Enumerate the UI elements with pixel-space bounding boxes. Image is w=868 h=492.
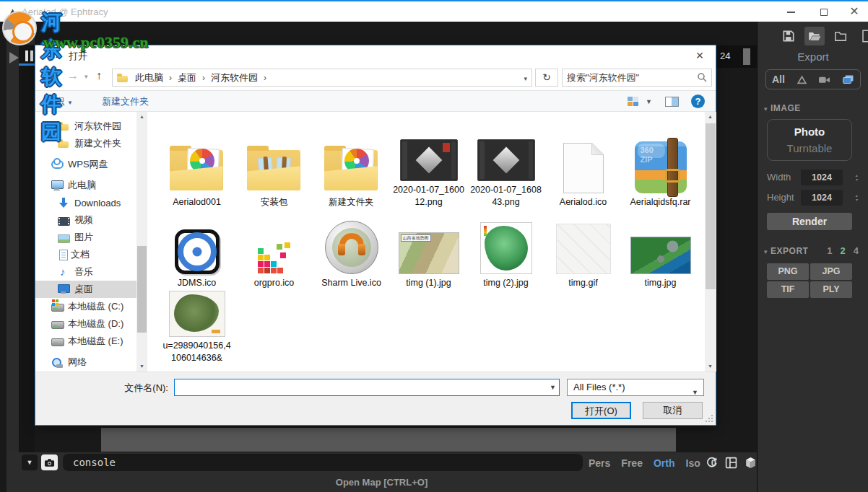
render-button[interactable]: Render <box>767 213 852 230</box>
dialog-close-button[interactable]: × <box>691 47 708 64</box>
sidebar-item-disk-c[interactable]: 本地磁盘 (C:) <box>35 298 136 315</box>
view-options-icon[interactable] <box>628 97 639 107</box>
height-stepper[interactable]: ▴▾ <box>852 190 861 206</box>
sidebar-item-hedong[interactable]: 河东软件园 <box>35 118 136 135</box>
pause-icon[interactable] <box>24 50 35 63</box>
scale-2[interactable]: 2 <box>841 245 846 256</box>
photo-option[interactable]: Photo <box>768 126 851 138</box>
history-chevron-icon[interactable]: ▾ <box>84 73 88 80</box>
screenshot-button[interactable] <box>41 454 58 470</box>
open-button[interactable]: 打开(O) <box>571 402 631 419</box>
sidebar-item-downloads[interactable]: Downloads <box>35 194 136 211</box>
maximize-button[interactable] <box>813 1 835 22</box>
console-toggle-button[interactable]: ▼ <box>22 454 38 470</box>
forward-button[interactable]: → <box>67 69 79 82</box>
sidebar-item-wps[interactable]: WPS网盘 <box>35 156 136 173</box>
view-iso[interactable]: Iso <box>686 457 700 469</box>
scroll-down-icon[interactable]: ▼ <box>705 361 716 372</box>
file-item[interactable]: Sharm Live.ico <box>313 210 390 291</box>
file-item[interactable]: 360 ZIP Aerialqidsfq.rar <box>622 115 699 210</box>
breadcrumb-this-pc[interactable]: 此电脑 <box>132 71 166 84</box>
terrain-mode-icon[interactable] <box>797 75 807 84</box>
turntable-option[interactable]: Turntable <box>768 142 851 154</box>
slider-handle[interactable] <box>743 48 750 65</box>
video-mode-icon[interactable] <box>818 75 830 84</box>
view-options-dropdown-icon[interactable]: ▼ <box>646 98 652 105</box>
search-input[interactable] <box>567 70 690 85</box>
search-icon[interactable] <box>697 72 707 82</box>
refresh-button[interactable]: ↻ <box>535 69 558 87</box>
file-item[interactable]: 新建文件夹 <box>313 115 390 210</box>
up-button[interactable]: ↑ <box>96 69 102 82</box>
open-map-button[interactable] <box>804 27 825 45</box>
file-item[interactable]: 山西省地势图 timg (1).jpg <box>390 210 467 291</box>
file-item[interactable]: Aerialod001 <box>158 115 235 210</box>
scale-1[interactable]: 1 <box>827 245 832 256</box>
breadcrumb-current-folder[interactable]: 河东软件园 <box>208 71 261 84</box>
sidebar-item-documents[interactable]: 文档 <box>35 246 136 263</box>
new-folder-button[interactable] <box>830 27 851 45</box>
cancel-button[interactable]: 取消 <box>643 402 703 419</box>
sidebar-item-disk-d[interactable]: 本地磁盘 (D:) <box>35 315 136 333</box>
filename-dropdown-icon[interactable]: ▼ <box>550 384 556 391</box>
export-png-button[interactable]: PNG <box>767 263 809 280</box>
file-item[interactable]: 2020-01-07_160843.png <box>467 115 544 210</box>
file-item[interactable]: timg (2).jpg <box>467 210 544 291</box>
sidebar-item-music[interactable]: 音乐 <box>35 263 136 281</box>
sidebar-item-desktop[interactable]: 桌面 <box>35 281 136 298</box>
sidebar-item-newfolder[interactable]: 新建文件夹 <box>35 135 136 152</box>
scroll-up-icon[interactable]: ▲ <box>136 112 147 122</box>
organize-menu[interactable]: 组织▼ <box>45 95 73 108</box>
file-item[interactable]: 2020-01-07_160012.png <box>390 115 467 210</box>
file-item[interactable]: 安装包 <box>235 115 313 210</box>
file-item[interactable]: timg.jpg <box>622 210 699 291</box>
export-jpg-button[interactable]: JPG <box>810 263 852 280</box>
play-icon[interactable] <box>9 52 19 63</box>
export-tif-button[interactable]: TIF <box>767 281 809 298</box>
address-bar[interactable]: 此电脑 › 桌面 › 河东软件园 › ▾ <box>112 69 532 87</box>
console-input[interactable] <box>63 454 583 471</box>
new-folder-command[interactable]: 新建文件夹 <box>102 95 149 108</box>
image-mode-icon[interactable] <box>842 74 854 84</box>
view-free[interactable]: Free <box>621 457 643 469</box>
file-item[interactable]: timg.gif <box>544 210 622 291</box>
file-item[interactable]: JDMS.ico <box>158 210 235 291</box>
reset-rotation-icon[interactable] <box>706 457 718 469</box>
help-icon[interactable]: ? <box>691 95 705 108</box>
back-button[interactable]: ← <box>45 69 57 82</box>
image-section-header[interactable]: ▾IMAGE <box>764 103 801 113</box>
scrollbar-thumb[interactable] <box>137 246 147 333</box>
filename-input[interactable] <box>174 379 560 396</box>
height-field[interactable]: 1024 <box>801 190 843 206</box>
preview-pane-icon[interactable] <box>665 97 679 107</box>
resize-grip[interactable] <box>706 415 713 422</box>
split-view-icon[interactable] <box>725 457 737 469</box>
address-dropdown-icon[interactable]: ▾ <box>524 75 527 82</box>
cube-icon[interactable] <box>745 457 757 469</box>
view-orth[interactable]: Orth <box>654 457 675 469</box>
close-button[interactable]: ✕ <box>843 1 865 22</box>
scroll-down-icon[interactable]: ▼ <box>136 361 147 372</box>
file-item[interactable]: Aerialod.ico <box>544 115 622 210</box>
sidebar-item-pictures[interactable]: 图片 <box>35 229 136 246</box>
file-item[interactable]: u=2989040156,4106014636& <box>158 291 235 366</box>
breadcrumb-desktop[interactable]: 桌面 <box>175 71 199 84</box>
minimize-button[interactable] <box>780 1 802 22</box>
sidebar-item-network[interactable]: 网络 <box>35 353 136 371</box>
export-section-header[interactable]: ▾EXPORT <box>764 246 808 256</box>
scale-4[interactable]: 4 <box>854 245 859 256</box>
sidebar-item-disk-e[interactable]: 本地磁盘 (E:) <box>35 333 136 350</box>
file-item[interactable]: orgpro.ico <box>235 210 313 291</box>
filetype-select[interactable]: All Files (*.*) ▼ <box>567 379 704 396</box>
window-titlebar[interactable]: ▲ Aerialod @ Ephtracy ✕ <box>0 1 868 22</box>
save-button[interactable] <box>778 27 799 45</box>
sidebar-item-videos[interactable]: 视频 <box>35 211 136 229</box>
file-list-scrollbar[interactable]: ▲ ▼ <box>705 112 716 372</box>
view-pers[interactable]: Pers <box>589 457 610 469</box>
mode-all-button[interactable]: All <box>772 74 785 85</box>
sidebar-item-thispc[interactable]: 此电脑 <box>35 177 136 194</box>
scrollbar-thumb[interactable] <box>706 123 716 289</box>
tree-scrollbar[interactable]: ▲ ▼ <box>136 112 147 372</box>
dialog-titlebar[interactable]: ▲ 打开 × <box>35 45 716 66</box>
width-stepper[interactable]: ▴▾ <box>852 170 861 185</box>
